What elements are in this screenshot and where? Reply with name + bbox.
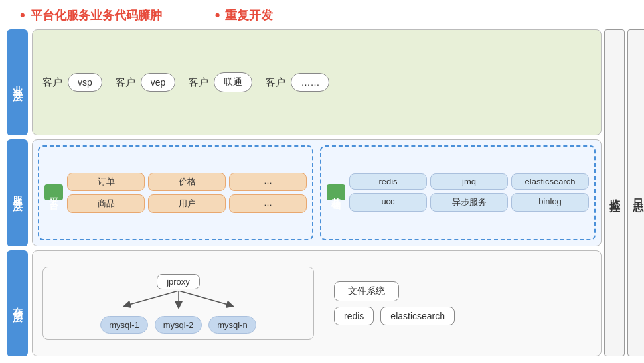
base-item-redis: redis (349, 173, 427, 190)
service-item-order: 订单 (67, 173, 145, 191)
main-container: • 平台化服务业务代码臃肿 • 重复开发 业务层 客户 vsp (0, 0, 644, 363)
business-layer-row: 业务层 客户 vsp 客户 vep 客户 联通 (7, 29, 602, 135)
top-bullets: • 平台化服务业务代码臃肿 • 重复开发 (7, 7, 637, 24)
base-item-binlog: binlog (511, 193, 589, 212)
service-layer-label: 服务层 (7, 139, 28, 246)
svg-line-2 (179, 291, 230, 305)
right-labels: 监控 日志 (604, 29, 637, 356)
bullet-2: • 重复开发 (215, 7, 274, 24)
file-system-box: 文件系统 (334, 281, 399, 301)
base-grid: redis jmq elasticsearch ucc 异步服务 binlog (349, 173, 589, 212)
platform-label: 平台 (44, 184, 63, 200)
biz-client-more-label: 客户 (266, 76, 285, 89)
log-label: 日志 (627, 29, 644, 356)
service-item-user: 用户 (148, 194, 226, 213)
biz-vep-box: vep (141, 73, 176, 92)
layers-container: 业务层 客户 vsp 客户 vep 客户 联通 (7, 29, 602, 356)
biz-client-liantong: 客户 联通 (189, 72, 252, 92)
storage-layer-content: jproxy (32, 250, 602, 356)
service-item-dot1: … (229, 173, 307, 191)
biz-more-box: …… (291, 73, 329, 92)
mysql-1-box: mysql-1 (100, 316, 148, 334)
svg-line-0 (127, 291, 179, 305)
service-layer-content: 平台 订单 价格 … 商品 用户 … 基础 (32, 139, 602, 246)
storage-layer-label: 存储层 (7, 250, 28, 356)
biz-client-liantong-label: 客户 (189, 76, 208, 89)
base-item-async: 异步服务 (430, 193, 508, 212)
jproxy-box: jproxy (157, 274, 200, 289)
storage-right-items: redis elasticsearch (334, 307, 455, 325)
bullet-1: • 平台化服务业务代码臃肿 (20, 7, 162, 24)
arch-diagram: 业务层 客户 vsp 客户 vep 客户 联通 (7, 29, 637, 356)
monitor-label: 监控 (604, 29, 625, 356)
storage-layer-row: 存储层 jproxy (7, 250, 602, 356)
mysql-n-box: mysql-n (208, 316, 256, 334)
mysql-row: mysql-1 mysql-2 mysql-n (100, 316, 256, 334)
service-base-box: 基础 redis jmq elasticsearch ucc 异步服务 binl… (320, 145, 596, 240)
bullet-dot-2: • (215, 7, 220, 24)
service-item-product: 商品 (67, 194, 145, 213)
base-item-es: elasticsearch (511, 173, 589, 190)
service-grid: 订单 价格 … 商品 用户 … (67, 173, 307, 213)
service-platform-box: 平台 订单 价格 … 商品 用户 … (38, 145, 313, 240)
storage-right-section: 文件系统 redis elasticsearch (327, 281, 591, 325)
jproxy-arrows-svg (99, 291, 258, 315)
bullet-dot-1: • (20, 7, 25, 24)
biz-client-vep-label: 客户 (116, 76, 135, 89)
bullet-text-1: 平台化服务业务代码臃肿 (31, 7, 162, 23)
mysql-2-box: mysql-2 (155, 316, 202, 334)
storage-es-box: elasticsearch (380, 307, 455, 325)
service-layer-row: 服务层 平台 订单 价格 … 商品 用户 … (7, 139, 602, 246)
biz-vsp-box: vsp (68, 73, 102, 92)
service-item-price: 价格 (148, 173, 226, 191)
base-label: 基础 (327, 184, 345, 200)
storage-redis-box: redis (334, 307, 374, 325)
biz-client-vsp-label: 客户 (42, 76, 62, 89)
biz-client-more: 客户 …… (266, 73, 329, 92)
bullet-text-2: 重复开发 (225, 7, 273, 23)
service-item-dot2: … (229, 194, 307, 213)
jproxy-section: jproxy (50, 274, 307, 334)
business-layer-content: 客户 vsp 客户 vep 客户 联通 客户 …… (32, 29, 602, 135)
biz-liantong-box: 联通 (214, 72, 252, 92)
base-item-ucc: ucc (349, 193, 427, 212)
biz-client-vep: 客户 vep (116, 73, 176, 92)
base-item-jmq: jmq (430, 173, 508, 190)
storage-left-box: jproxy (42, 267, 314, 340)
business-layer-label: 业务层 (7, 29, 28, 135)
biz-client-vsp: 客户 vsp (42, 73, 102, 92)
